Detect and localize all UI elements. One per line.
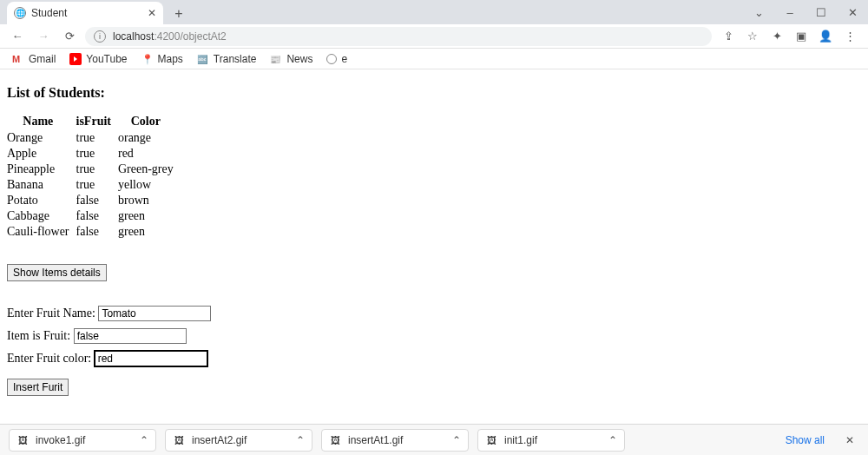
tab-title: Student <box>31 7 67 19</box>
insert-fruit-button[interactable]: Insert Furit <box>7 379 69 396</box>
file-icon: 🖼 <box>329 434 341 446</box>
address-host: localhost <box>113 30 154 43</box>
fruit-color-input[interactable] <box>95 351 207 366</box>
cell: red <box>118 146 181 162</box>
downloads-bar: 🖼 invoke1.gif ⌃ 🖼 insertAt2.gif ⌃ 🖼 inse… <box>0 424 868 455</box>
download-filename: insertAt1.gif <box>348 434 403 446</box>
bookmarks-bar: Gmail YouTube Maps Translate News e <box>0 49 868 69</box>
is-fruit-input[interactable] <box>74 328 187 344</box>
cell: Potato <box>7 193 76 208</box>
bookmark-label: Gmail <box>29 53 56 65</box>
cell: yellow <box>118 177 181 193</box>
page-heading: List of Students: <box>7 85 861 101</box>
fruit-name-input[interactable] <box>98 306 211 321</box>
forward-button[interactable]: → <box>33 26 54 47</box>
cell: green <box>118 224 181 240</box>
download-filename: init1.gif <box>504 434 537 446</box>
chevron-up-icon[interactable]: ⌃ <box>140 434 148 446</box>
bookmark-label: Translate <box>214 53 257 65</box>
chevron-up-icon[interactable]: ⌃ <box>296 434 305 446</box>
table-row: Cabbagefalsegreen <box>7 208 181 224</box>
youtube-icon <box>69 53 82 65</box>
browser-tab[interactable]: 🌐 Student ✕ <box>7 2 163 24</box>
menu-icon[interactable]: ⋮ <box>842 29 858 44</box>
bookmark-star-icon[interactable]: ☆ <box>745 29 760 44</box>
table-row: Potatofalsebrown <box>7 193 181 208</box>
globe-small-icon <box>326 54 337 64</box>
cell: Orange <box>7 130 76 146</box>
bookmark-translate[interactable]: Translate <box>197 53 257 65</box>
file-icon: 🖼 <box>485 434 497 446</box>
downloads-close-icon[interactable]: ✕ <box>840 434 859 446</box>
cell: orange <box>118 130 181 146</box>
address-bar[interactable]: i localhost:4200/objectAt2 <box>85 27 712 46</box>
gmail-icon <box>12 53 24 65</box>
reload-button[interactable]: ⟳ <box>59 26 80 47</box>
downloads-show-all[interactable]: Show all <box>786 434 825 446</box>
cell: brown <box>118 193 181 208</box>
globe-icon: 🌐 <box>14 7 26 19</box>
cell: false <box>76 224 118 240</box>
bookmark-maps[interactable]: Maps <box>141 53 183 65</box>
table-row: Appletruered <box>7 146 181 162</box>
bookmark-youtube[interactable]: YouTube <box>69 53 127 65</box>
bookmark-news[interactable]: News <box>270 53 312 65</box>
download-item[interactable]: 🖼 insertAt1.gif ⌃ <box>321 429 469 452</box>
col-name: Name <box>7 115 76 130</box>
new-tab-button[interactable]: + <box>168 3 189 24</box>
cell: green <box>118 208 181 224</box>
window-maximize-button[interactable]: ☐ <box>806 0 837 24</box>
download-filename: invoke1.gif <box>36 434 85 446</box>
download-item[interactable]: 🖼 init1.gif ⌃ <box>477 429 625 452</box>
profile-icon[interactable]: 👤 <box>818 29 833 44</box>
site-info-icon[interactable]: i <box>94 30 106 43</box>
cell: Apple <box>7 146 76 162</box>
file-icon: 🖼 <box>16 434 29 446</box>
cell: true <box>76 162 118 177</box>
cell: true <box>76 177 118 193</box>
window-minimize-button[interactable]: – <box>774 0 806 24</box>
bookmark-label: Maps <box>158 53 183 65</box>
cell: false <box>76 193 118 208</box>
news-icon <box>270 53 282 65</box>
tab-close-icon[interactable]: ✕ <box>148 7 156 19</box>
table-row: Cauli-flowerfalsegreen <box>7 224 181 240</box>
cell: Cauli-flower <box>7 224 76 240</box>
file-icon: 🖼 <box>173 434 185 446</box>
bookmark-label: News <box>286 53 312 65</box>
chevron-up-icon[interactable]: ⌃ <box>452 434 461 446</box>
cell: Cabbage <box>7 208 76 224</box>
download-item[interactable]: 🖼 invoke1.gif ⌃ <box>9 429 156 452</box>
items-table: Name isFruit Color Orangetrueorange Appl… <box>7 115 181 240</box>
address-port: :4200 <box>154 30 180 43</box>
table-row: Bananatrueyellow <box>7 177 181 193</box>
tab-strip: 🌐 Student ✕ + ⌄ – ☐ ✕ <box>0 0 868 24</box>
chevron-up-icon[interactable]: ⌃ <box>608 434 617 446</box>
browser-toolbar: ← → ⟳ i localhost:4200/objectAt2 ⇪ ☆ ✦ ▣… <box>0 24 868 49</box>
download-item[interactable]: 🖼 insertAt2.gif ⌃ <box>165 429 312 452</box>
bookmark-gmail[interactable]: Gmail <box>12 53 56 65</box>
back-button[interactable]: ← <box>7 26 28 47</box>
extensions-icon[interactable]: ✦ <box>769 29 785 44</box>
address-path: /objectAt2 <box>180 30 226 43</box>
is-fruit-label: Item is Fruit: <box>7 329 74 342</box>
side-panel-icon[interactable]: ▣ <box>793 29 809 44</box>
fruit-color-label: Enter Fruit color: <box>7 352 95 365</box>
cell: Banana <box>7 177 76 193</box>
fruit-name-label: Enter Fruit Name: <box>7 307 98 320</box>
window-dropdown-icon[interactable]: ⌄ <box>743 0 774 24</box>
col-isfruit: isFruit <box>76 115 118 130</box>
table-row: PineappletrueGreen-grey <box>7 162 181 177</box>
maps-icon <box>141 53 154 65</box>
cell: Green-grey <box>118 162 181 177</box>
cell: true <box>76 130 118 146</box>
cell: true <box>76 146 118 162</box>
show-items-details-button[interactable]: Show Items details <box>7 264 107 281</box>
window-close-button[interactable]: ✕ <box>837 0 868 24</box>
cell: false <box>76 208 118 224</box>
share-icon[interactable]: ⇪ <box>720 29 736 44</box>
table-row: Orangetrueorange <box>7 130 181 146</box>
bookmark-e[interactable]: e <box>326 53 347 65</box>
bookmark-label: YouTube <box>86 53 127 65</box>
translate-icon <box>197 53 209 65</box>
